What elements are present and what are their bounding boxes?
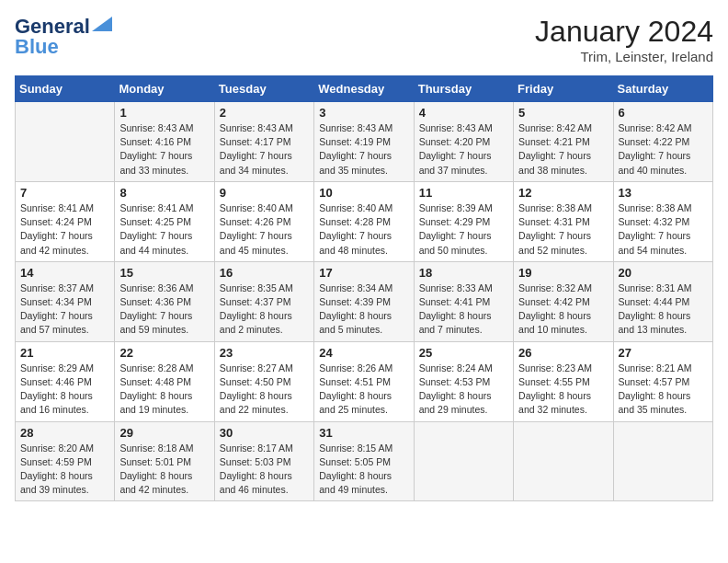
day-info: Sunrise: 8:26 AMSunset: 4:51 PMDaylight:…	[319, 362, 408, 418]
day-number: 15	[119, 266, 209, 280]
calendar-table: SundayMondayTuesdayWednesdayThursdayFrid…	[15, 75, 713, 501]
day-info: Sunrise: 8:29 AMSunset: 4:46 PMDaylight:…	[20, 362, 109, 418]
day-info: Sunrise: 8:43 AMSunset: 4:16 PMDaylight:…	[119, 121, 209, 178]
location-title: Trim, Leinster, Ireland	[535, 49, 713, 64]
day-info: Sunrise: 8:41 AMSunset: 4:25 PMDaylight:…	[119, 201, 209, 258]
day-cell: 14Sunrise: 8:37 AMSunset: 4:34 PMDayligh…	[16, 261, 115, 341]
day-info: Sunrise: 8:17 AMSunset: 5:03 PMDaylight:…	[220, 442, 309, 498]
day-cell: 20Sunrise: 8:31 AMSunset: 4:44 PMDayligh…	[613, 261, 712, 341]
day-info: Sunrise: 8:27 AMSunset: 4:50 PMDaylight:…	[220, 362, 309, 418]
day-cell: 17Sunrise: 8:34 AMSunset: 4:39 PMDayligh…	[314, 261, 414, 341]
header-row: SundayMondayTuesdayWednesdayThursdayFrid…	[16, 76, 713, 102]
day-number: 23	[220, 346, 309, 360]
day-cell: 18Sunrise: 8:33 AMSunset: 4:41 PMDayligh…	[414, 261, 513, 341]
day-info: Sunrise: 8:43 AMSunset: 4:19 PMDaylight:…	[319, 121, 408, 178]
day-cell	[16, 102, 115, 182]
day-number: 14	[20, 266, 109, 280]
day-info: Sunrise: 8:34 AMSunset: 4:39 PMDaylight:…	[319, 282, 408, 338]
day-number: 18	[419, 266, 508, 280]
day-cell: 29Sunrise: 8:18 AMSunset: 5:01 PMDayligh…	[115, 421, 214, 501]
week-row-5: 28Sunrise: 8:20 AMSunset: 4:59 PMDayligh…	[16, 421, 713, 501]
day-info: Sunrise: 8:21 AMSunset: 4:57 PMDaylight:…	[619, 362, 708, 418]
day-cell: 24Sunrise: 8:26 AMSunset: 4:51 PMDayligh…	[314, 341, 414, 421]
week-row-4: 21Sunrise: 8:29 AMSunset: 4:46 PMDayligh…	[16, 341, 713, 421]
day-cell	[514, 421, 613, 501]
day-info: Sunrise: 8:15 AMSunset: 5:05 PMDaylight:…	[319, 442, 408, 498]
day-cell: 1Sunrise: 8:43 AMSunset: 4:16 PMDaylight…	[115, 102, 214, 182]
day-cell	[414, 421, 513, 501]
day-info: Sunrise: 8:37 AMSunset: 4:34 PMDaylight:…	[20, 282, 109, 338]
day-header-tuesday: Tuesday	[214, 76, 313, 102]
month-title: January 2024	[535, 15, 713, 49]
day-cell: 16Sunrise: 8:35 AMSunset: 4:37 PMDayligh…	[214, 261, 313, 341]
day-info: Sunrise: 8:42 AMSunset: 4:22 PMDaylight:…	[619, 121, 708, 178]
day-info: Sunrise: 8:18 AMSunset: 5:01 PMDaylight:…	[119, 442, 209, 498]
week-row-3: 14Sunrise: 8:37 AMSunset: 4:34 PMDayligh…	[16, 261, 713, 341]
day-cell: 6Sunrise: 8:42 AMSunset: 4:22 PMDaylight…	[613, 102, 712, 182]
logo-blue: Blue	[15, 35, 59, 59]
day-number: 3	[319, 106, 408, 120]
day-number: 11	[419, 186, 508, 200]
day-cell: 7Sunrise: 8:41 AMSunset: 4:24 PMDaylight…	[16, 181, 115, 261]
day-info: Sunrise: 8:31 AMSunset: 4:44 PMDaylight:…	[619, 282, 708, 338]
day-number: 22	[119, 346, 209, 360]
day-cell: 10Sunrise: 8:40 AMSunset: 4:28 PMDayligh…	[314, 181, 414, 261]
day-number: 27	[619, 346, 708, 360]
day-cell: 8Sunrise: 8:41 AMSunset: 4:25 PMDaylight…	[115, 181, 214, 261]
day-header-monday: Monday	[115, 76, 214, 102]
day-number: 2	[220, 106, 309, 120]
svg-marker-0	[92, 17, 112, 31]
day-info: Sunrise: 8:20 AMSunset: 4:59 PMDaylight:…	[20, 442, 109, 498]
day-info: Sunrise: 8:42 AMSunset: 4:21 PMDaylight:…	[518, 121, 608, 178]
day-cell: 31Sunrise: 8:15 AMSunset: 5:05 PMDayligh…	[314, 421, 414, 501]
day-cell: 26Sunrise: 8:23 AMSunset: 4:55 PMDayligh…	[514, 341, 613, 421]
day-number: 9	[220, 186, 309, 200]
day-header-sunday: Sunday	[16, 76, 115, 102]
day-header-thursday: Thursday	[414, 76, 513, 102]
day-cell: 22Sunrise: 8:28 AMSunset: 4:48 PMDayligh…	[115, 341, 214, 421]
logo: General Blue	[15, 15, 112, 59]
day-cell: 11Sunrise: 8:39 AMSunset: 4:29 PMDayligh…	[414, 181, 513, 261]
title-section: January 2024 Trim, Leinster, Ireland	[535, 15, 713, 64]
logo-icon	[92, 17, 112, 31]
day-cell: 15Sunrise: 8:36 AMSunset: 4:36 PMDayligh…	[115, 261, 214, 341]
day-number: 25	[419, 346, 508, 360]
day-number: 1	[119, 106, 209, 120]
day-info: Sunrise: 8:40 AMSunset: 4:28 PMDaylight:…	[319, 201, 408, 258]
day-cell: 19Sunrise: 8:32 AMSunset: 4:42 PMDayligh…	[514, 261, 613, 341]
day-number: 21	[20, 346, 109, 360]
week-row-2: 7Sunrise: 8:41 AMSunset: 4:24 PMDaylight…	[16, 181, 713, 261]
day-cell: 2Sunrise: 8:43 AMSunset: 4:17 PMDaylight…	[214, 102, 313, 182]
day-cell: 9Sunrise: 8:40 AMSunset: 4:26 PMDaylight…	[214, 181, 313, 261]
day-cell: 5Sunrise: 8:42 AMSunset: 4:21 PMDaylight…	[514, 102, 613, 182]
day-info: Sunrise: 8:38 AMSunset: 4:31 PMDaylight:…	[518, 201, 608, 258]
day-info: Sunrise: 8:43 AMSunset: 4:17 PMDaylight:…	[220, 121, 309, 178]
day-number: 5	[518, 106, 608, 120]
day-number: 28	[20, 426, 109, 440]
day-info: Sunrise: 8:41 AMSunset: 4:24 PMDaylight:…	[20, 201, 109, 258]
day-info: Sunrise: 8:33 AMSunset: 4:41 PMDaylight:…	[419, 282, 508, 338]
day-info: Sunrise: 8:36 AMSunset: 4:36 PMDaylight:…	[119, 282, 209, 338]
day-header-saturday: Saturday	[613, 76, 712, 102]
day-number: 16	[220, 266, 309, 280]
header: General Blue January 2024 Trim, Leinster…	[15, 15, 713, 64]
day-info: Sunrise: 8:28 AMSunset: 4:48 PMDaylight:…	[119, 362, 209, 418]
day-cell: 27Sunrise: 8:21 AMSunset: 4:57 PMDayligh…	[613, 341, 712, 421]
day-number: 7	[20, 186, 109, 200]
day-info: Sunrise: 8:35 AMSunset: 4:37 PMDaylight:…	[220, 282, 309, 338]
day-info: Sunrise: 8:23 AMSunset: 4:55 PMDaylight:…	[518, 362, 608, 418]
day-cell: 4Sunrise: 8:43 AMSunset: 4:20 PMDaylight…	[414, 102, 513, 182]
day-number: 12	[518, 186, 608, 200]
day-cell: 23Sunrise: 8:27 AMSunset: 4:50 PMDayligh…	[214, 341, 313, 421]
day-info: Sunrise: 8:39 AMSunset: 4:29 PMDaylight:…	[419, 201, 508, 258]
week-row-1: 1Sunrise: 8:43 AMSunset: 4:16 PMDaylight…	[16, 102, 713, 182]
day-cell: 30Sunrise: 8:17 AMSunset: 5:03 PMDayligh…	[214, 421, 313, 501]
day-cell: 3Sunrise: 8:43 AMSunset: 4:19 PMDaylight…	[314, 102, 414, 182]
day-info: Sunrise: 8:24 AMSunset: 4:53 PMDaylight:…	[419, 362, 508, 418]
day-cell: 25Sunrise: 8:24 AMSunset: 4:53 PMDayligh…	[414, 341, 513, 421]
day-header-wednesday: Wednesday	[314, 76, 414, 102]
day-number: 19	[518, 266, 608, 280]
day-info: Sunrise: 8:38 AMSunset: 4:32 PMDaylight:…	[619, 201, 708, 258]
day-number: 29	[119, 426, 209, 440]
day-cell: 12Sunrise: 8:38 AMSunset: 4:31 PMDayligh…	[514, 181, 613, 261]
